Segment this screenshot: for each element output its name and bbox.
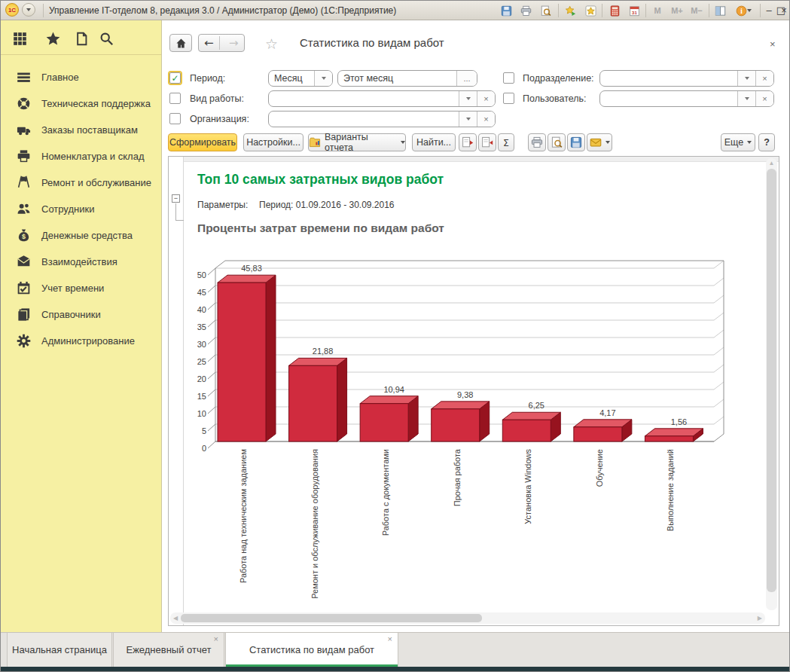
history-icon[interactable] [72,29,90,47]
sidebar-item-10[interactable]: Справочники [1,301,162,328]
history-nav-group: ← → [198,34,245,52]
home-button[interactable] [169,34,192,52]
vertical-scrollbar-thumb[interactable] [767,169,776,592]
sidebar-item-label: Главное [41,64,79,90]
work-type-combo[interactable]: × [268,90,496,107]
open-windows-tabbar: Начальная страницаЕжедневный отчет×Стати… [1,632,789,667]
forward-button[interactable]: → [224,36,244,50]
report-header-strip [184,157,779,162]
filter-row-user: Пользователь: × [502,90,790,107]
period-value-input[interactable]: Этот месяц ... [337,70,477,87]
horizontal-scrollbar[interactable]: ◀ ▶ [170,612,765,624]
info-menu-button[interactable]: i [731,3,755,18]
favorites-button[interactable] [582,3,599,18]
period-kind-select[interactable]: Месяц [268,70,333,87]
user-combo[interactable]: × [599,90,774,107]
period-ellipsis-button[interactable]: ... [456,71,477,86]
favorite-star-icon[interactable]: ☆ [265,35,278,52]
clear-icon[interactable]: × [755,71,773,86]
divider [709,4,709,17]
svg-text:0: 0 [202,444,206,453]
collapse-group-button[interactable]: − [172,194,180,203]
memory-add-button[interactable]: M+ [668,3,686,18]
moneybag-icon: $ [17,228,31,243]
clear-icon[interactable]: × [755,91,773,106]
split-window-button[interactable] [712,3,728,18]
help-button[interactable]: ? [758,133,775,151]
close-form-button[interactable]: × [770,38,776,50]
minimize-button[interactable]: – [763,3,775,18]
more-actions-button[interactable]: Еще [721,133,755,151]
more-label: Еще [724,137,743,148]
window-tab-1[interactable]: Начальная страница [7,633,112,667]
tab-close-icon[interactable]: × [214,634,218,643]
system-menu-button[interactable] [22,3,35,17]
department-combo[interactable]: × [599,70,774,87]
sidebar-item-4[interactable]: Номенклатура и склад [1,143,162,170]
sidebar-item-6[interactable]: Сотрудники [1,196,162,222]
window-tab-2[interactable]: Ежедневный отчет× [113,633,224,667]
sidebar-item-7[interactable]: $Денежные средства [1,222,162,249]
department-checkbox[interactable] [503,72,514,84]
organization-label: Организация: [190,111,249,127]
chevron-down-icon[interactable] [314,71,332,86]
apps-grid-icon[interactable] [11,29,29,47]
star-icon[interactable] [44,29,62,47]
work-type-checkbox[interactable] [169,93,181,104]
add-favorite-button[interactable] [563,3,579,18]
clear-icon[interactable]: × [477,91,495,106]
sidebar-item-11[interactable]: Администрирование [1,328,162,354]
sidebar-item-3[interactable]: Заказы поставщикам [1,117,162,143]
svg-text:9,38: 9,38 [457,390,473,399]
period-checkbox[interactable]: ✓ [169,72,181,84]
print-preview-button[interactable] [537,3,554,18]
sidebar: ГлавноеТехническая поддержкаЗаказы поста… [1,20,162,632]
period-value: Этот месяц [338,71,456,86]
organization-checkbox[interactable] [169,113,181,124]
menu-icon [17,70,31,84]
chevron-down-icon[interactable] [459,111,477,127]
sidebar-item-8[interactable]: Взаимодействия [1,249,162,275]
svg-text:30: 30 [197,340,206,349]
expand-groups-button[interactable] [459,133,477,151]
user-checkbox[interactable] [503,93,514,104]
sigma-icon: Σ [503,137,509,148]
organization-combo[interactable]: × [268,111,496,127]
collapse-groups-button[interactable] [478,133,496,151]
tab-close-icon[interactable]: × [388,634,392,643]
email-report-button[interactable] [587,133,612,151]
sidebar-item-2[interactable]: Техническая поддержка [1,90,162,117]
vertical-scrollbar[interactable]: ▲ [766,158,777,610]
chevron-down-icon[interactable] [459,91,477,106]
report-variants-button[interactable]: Варианты отчета [308,133,406,151]
calendar-button[interactable]: 31 [626,3,642,18]
generate-report-button[interactable]: Сформировать [168,133,237,151]
print-report-button[interactable] [528,133,546,151]
totals-sigma-button[interactable]: Σ [498,133,514,151]
chevron-down-icon[interactable] [737,91,755,106]
close-window-button[interactable]: × [777,3,790,18]
calculator-button[interactable] [606,3,623,18]
back-button[interactable]: ← [199,36,220,50]
find-button[interactable]: Найти... [412,133,456,151]
save-button[interactable] [498,3,514,18]
sidebar-item-9[interactable]: Учет времени [1,275,162,301]
preview-report-button[interactable] [548,133,566,151]
settings-button[interactable]: Настройки... [243,133,303,151]
window-tab-3[interactable]: Статистика по видам работ× [225,633,398,667]
save-report-button[interactable] [567,133,585,151]
clear-icon[interactable]: × [477,111,495,127]
chevron-down-icon[interactable] [737,71,755,86]
sidebar-item-1[interactable]: Главное [1,64,162,90]
memory-recall-button[interactable]: M [648,3,666,18]
filter-row-work-type: Вид работы: × [163,90,509,107]
svg-text:21,88: 21,88 [313,347,334,356]
svg-text:1,56: 1,56 [671,417,687,426]
horizontal-scrollbar-thumb[interactable] [181,614,482,622]
search-icon[interactable] [97,29,115,47]
info-icon: i [736,5,747,17]
print-button[interactable] [517,3,534,18]
sidebar-item-5[interactable]: Ремонт и обслуживание [1,170,162,196]
report-parameters-label: Параметры: [197,200,248,210]
memory-subtract-button[interactable]: M− [688,3,706,18]
